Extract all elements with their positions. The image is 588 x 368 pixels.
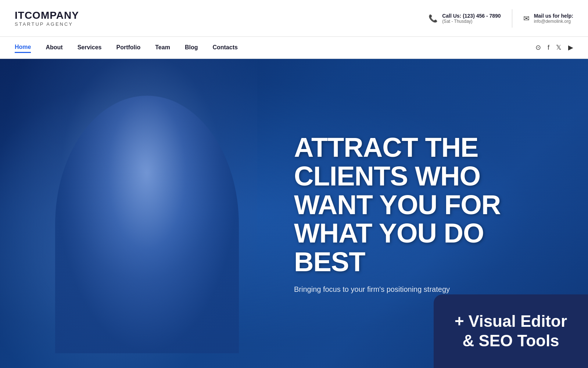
email-sub: info@demolink.org (534, 19, 573, 24)
phone-contact: 📞 Call Us: (123) 456 - 7890 (Sat - Thusd… (429, 13, 501, 24)
nav-home[interactable]: Home (15, 42, 31, 53)
top-bar: ITCOMPANY STARTUP AGENCY 📞 Call Us: (123… (0, 0, 588, 37)
nav-portfolio[interactable]: Portfolio (116, 43, 141, 52)
nav-team[interactable]: Team (155, 43, 170, 52)
facebook-icon[interactable]: f (548, 44, 549, 52)
logo-title: ITCOMPANY (15, 10, 79, 21)
hero-section: ATTRACT THE CLIENTS WHO WANT YOU FOR WHA… (0, 59, 588, 368)
logo: ITCOMPANY STARTUP AGENCY (15, 10, 79, 27)
nav-contacts[interactable]: Contacts (212, 43, 237, 52)
nav-blog[interactable]: Blog (185, 43, 198, 52)
nav-about[interactable]: About (46, 43, 62, 52)
logo-subtitle: STARTUP AGENCY (15, 21, 79, 27)
youtube-icon[interactable]: ▶ (568, 43, 573, 52)
contact-area: 📞 Call Us: (123) 456 - 7890 (Sat - Thusd… (429, 9, 573, 28)
email-text: Mail us for help: info@demolink.org (534, 13, 573, 24)
social-icons: ⊙ f 𝕏 ▶ (535, 43, 573, 52)
hero-subtitle: Bringing focus to your firm's positionin… (294, 285, 551, 294)
contact-divider (512, 9, 512, 28)
email-contact: ✉ Mail us for help: info@demolink.org (523, 13, 573, 24)
nav-links: Home About Services Portfolio Team Blog … (15, 42, 238, 53)
phone-sub: (Sat - Thusday) (442, 19, 501, 24)
phone-text: Call Us: (123) 456 - 7890 (Sat - Thusday… (442, 13, 501, 24)
nav-services[interactable]: Services (78, 43, 102, 52)
hero-figure (55, 96, 239, 353)
email-label: Mail us for help: (534, 13, 573, 19)
hero-badge: + Visual Editor & SEO Tools (434, 294, 588, 368)
instagram-icon[interactable]: ⊙ (535, 43, 541, 52)
hero-badge-text: + Visual Editor & SEO Tools (455, 312, 567, 351)
email-icon: ✉ (523, 14, 530, 23)
hero-headline: ATTRACT THE CLIENTS WHO WANT YOU FOR WHA… (294, 133, 551, 276)
phone-label: Call Us: (123) 456 - 7890 (442, 13, 501, 19)
twitter-icon[interactable]: 𝕏 (556, 43, 562, 52)
nav-bar: Home About Services Portfolio Team Blog … (0, 37, 588, 59)
phone-icon: 📞 (429, 14, 438, 23)
